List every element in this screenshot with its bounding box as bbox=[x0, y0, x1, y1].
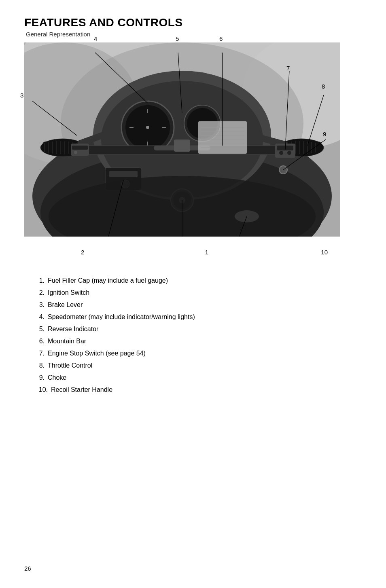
callout-1: 1 bbox=[205, 249, 208, 256]
item-text: Brake Lever bbox=[48, 300, 83, 310]
list-item: 1. Fuel Filler Cap (may include a fuel g… bbox=[32, 276, 362, 286]
list-item: 3. Brake Lever bbox=[32, 300, 362, 310]
svg-rect-51 bbox=[174, 140, 190, 152]
item-text: Mountain Bar bbox=[48, 336, 86, 346]
svg-point-45 bbox=[279, 151, 283, 155]
callout-6: 6 bbox=[219, 35, 223, 42]
item-number: 8. bbox=[32, 361, 45, 370]
svg-point-46 bbox=[287, 151, 291, 155]
callout-7: 7 bbox=[286, 65, 290, 72]
callout-5: 5 bbox=[176, 35, 179, 42]
item-text: Throttle Control bbox=[48, 361, 92, 370]
item-text: Fuel Filler Cap (may include a fuel gaug… bbox=[48, 276, 168, 286]
item-text: Speedometer (may include indicator/warni… bbox=[48, 312, 195, 322]
callout-9: 9 bbox=[323, 131, 326, 137]
list-item: 10. Recoil Starter Handle bbox=[32, 385, 362, 395]
item-text: Engine Stop Switch (see page 54) bbox=[48, 349, 146, 358]
item-text: Reverse Indicator bbox=[48, 324, 98, 334]
callout-8: 8 bbox=[322, 83, 325, 90]
item-text: Ignition Switch bbox=[48, 288, 89, 298]
svg-point-11 bbox=[146, 126, 149, 129]
item-number: 9. bbox=[32, 373, 45, 383]
callout-4: 4 bbox=[94, 35, 97, 42]
svg-point-49 bbox=[74, 151, 77, 154]
list-item: 5. Reverse Indicator bbox=[32, 324, 362, 334]
item-number: 2. bbox=[32, 288, 45, 298]
item-number: 10. bbox=[32, 385, 48, 395]
list-item: 2. Ignition Switch bbox=[32, 288, 362, 298]
item-number: 6. bbox=[32, 336, 45, 346]
callout-10: 10 bbox=[321, 249, 328, 256]
cockpit-image bbox=[24, 42, 340, 237]
item-number: 5. bbox=[32, 324, 45, 334]
item-number: 3. bbox=[32, 300, 45, 310]
item-number: 1. bbox=[32, 276, 45, 286]
list-item: 4. Speedometer (may include indicator/wa… bbox=[32, 312, 362, 322]
item-text: Recoil Starter Handle bbox=[51, 385, 112, 395]
list-item: 6. Mountain Bar bbox=[32, 336, 362, 346]
list-item: 7. Engine Stop Switch (see page 54) bbox=[32, 349, 362, 358]
list-item: 8. Throttle Control bbox=[32, 361, 362, 370]
svg-rect-48 bbox=[72, 146, 88, 150]
callout-2: 2 bbox=[81, 249, 84, 256]
item-text: Choke bbox=[48, 373, 66, 383]
callout-3: 3 bbox=[20, 92, 23, 99]
subtitle: General Representation bbox=[26, 31, 362, 38]
item-number: 4. bbox=[32, 312, 45, 322]
page-title: FEATURES AND CONTROLS bbox=[24, 16, 362, 29]
svg-rect-53 bbox=[109, 171, 138, 177]
list-item: 9. Choke bbox=[32, 373, 362, 383]
item-number: 7. bbox=[32, 349, 45, 358]
page-number: 26 bbox=[24, 565, 31, 572]
features-list: 1. Fuel Filler Cap (may include a fuel g… bbox=[32, 276, 362, 395]
